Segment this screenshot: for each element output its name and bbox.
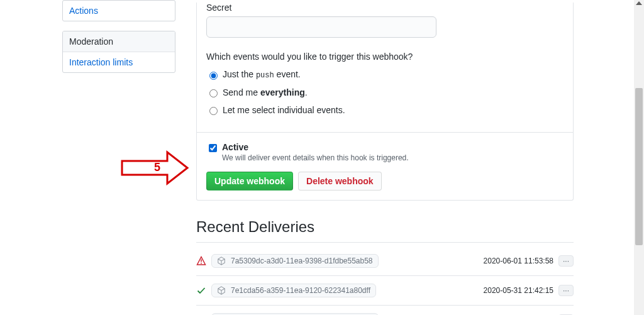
event-radio-individual[interactable] <box>209 107 218 115</box>
sidebar-header-moderation: Moderation <box>63 31 175 52</box>
sidebar-item-actions[interactable]: Actions <box>63 1 175 21</box>
event-radio-push[interactable] <box>209 72 218 80</box>
update-webhook-button[interactable]: Update webhook <box>206 172 293 191</box>
annotation-number: 5 <box>154 161 160 174</box>
secret-input[interactable] <box>206 16 436 38</box>
svg-point-1 <box>201 263 202 264</box>
event-option-push[interactable]: Just the push event. <box>206 69 564 80</box>
delivery-timestamp: 2020-05-31 21:42:15 <box>484 286 553 295</box>
delete-webhook-button[interactable]: Delete webhook <box>298 172 382 191</box>
delivery-guid: 7e1cda56-a359-11ea-9120-622341a80dff <box>231 286 370 295</box>
event-radio-everything[interactable] <box>209 89 218 97</box>
recent-deliveries-heading: Recent Deliveries <box>196 218 574 243</box>
scrollbar-thumb[interactable] <box>635 88 643 245</box>
main-panel: Secret Which events would you like to tr… <box>196 0 574 315</box>
delivery-menu-button[interactable]: ··· <box>558 255 574 267</box>
active-note: We will deliver event details when this … <box>222 153 409 162</box>
delivery-guid: 7a5309dc-a3d0-11ea-9398-d1fdbe55ab58 <box>231 257 373 265</box>
event-option-everything[interactable]: Send me everything. <box>206 87 564 97</box>
event-option-individual[interactable]: Let me select individual events. <box>206 105 564 115</box>
active-checkbox[interactable] <box>209 144 217 152</box>
event-label-everything: Send me everything. <box>223 87 308 97</box>
events-heading: Which events would you like to trigger t… <box>206 52 564 62</box>
delivery-row: 0a15839c-a359-11ea-99e6-7a8fe91a53b7 202… <box>196 306 574 315</box>
webhook-form: Secret Which events would you like to tr… <box>196 3 574 201</box>
check-icon <box>196 285 206 296</box>
active-label: Active <box>222 142 409 152</box>
delivery-row: 7e1cda56-a359-11ea-9120-622341a80dff 202… <box>196 276 574 306</box>
page-scrollbar[interactable] <box>634 0 644 315</box>
recent-deliveries: Recent Deliveries 7a5309dc-a3d0-11ea-939… <box>196 218 574 315</box>
warning-icon <box>196 256 206 266</box>
event-label-push: Just the push event. <box>223 69 301 80</box>
settings-sidebar: Actions Moderation Interaction limits <box>62 0 175 82</box>
delivery-guid-button[interactable]: 7a5309dc-a3d0-11ea-9398-d1fdbe55ab58 <box>211 254 379 268</box>
secret-label: Secret <box>206 3 564 13</box>
package-icon <box>217 286 226 295</box>
sidebar-group-1: Actions <box>62 0 175 21</box>
delivery-timestamp: 2020-06-01 11:53:58 <box>484 257 553 265</box>
package-icon <box>217 257 226 265</box>
delivery-row: 7a5309dc-a3d0-11ea-9398-d1fdbe55ab58 202… <box>196 246 574 276</box>
delivery-menu-button[interactable]: ··· <box>558 285 574 296</box>
scroll-up-icon <box>636 1 642 5</box>
sidebar-group-moderation: Moderation Interaction limits <box>62 31 175 73</box>
delivery-guid-button[interactable]: 7e1cda56-a359-11ea-9120-622341a80dff <box>211 284 376 297</box>
event-label-individual: Let me select individual events. <box>223 105 345 115</box>
sidebar-item-interaction-limits[interactable]: Interaction limits <box>63 52 175 72</box>
annotation-arrow-icon <box>121 150 190 186</box>
